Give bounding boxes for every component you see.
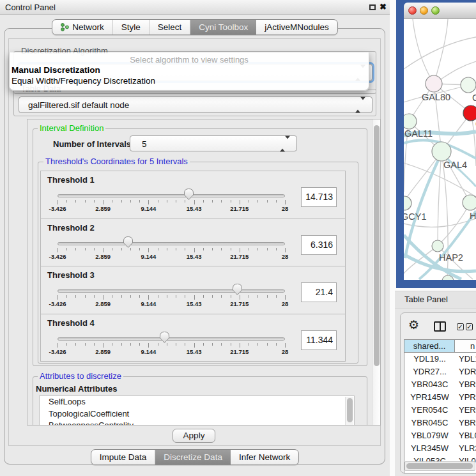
slider-tick [240,200,240,204]
slider-tick [121,295,122,298]
threshold-slider-track[interactable] [58,242,285,245]
network-node-gal11[interactable] [404,114,417,129]
tab-network[interactable]: Network [52,20,113,35]
tab-style[interactable]: Style [113,20,150,35]
zoom-traffic-light-icon[interactable] [431,6,440,15]
scrollbar-thumb[interactable] [374,125,380,366]
table-row[interactable]: YBL079WYBL0 [404,429,476,442]
slider-tick [203,295,204,298]
attribute-item-betweennesscentrality[interactable]: BetweennessCentrality [40,420,354,426]
checkbox-icon[interactable]: ✓ [457,323,464,330]
threshold-slider-track[interactable] [58,194,285,197]
slider-tick [176,200,176,203]
table-cell: YBR0 [455,378,476,391]
network-node-c[interactable] [463,105,476,121]
network-node-gal4[interactable] [432,142,451,161]
close-icon[interactable]: ✖ [380,1,387,13]
slider-tick [158,295,158,298]
attributes-list-scrollbar[interactable] [345,397,353,426]
gear-icon[interactable]: ⚙ [408,318,419,332]
slider-tick-label: 2.859 [95,253,111,260]
slider-tick-label: -3.426 [49,348,66,355]
slider-tick [58,343,58,348]
threshold-value-field[interactable]: 6.316 [301,235,337,255]
table-row[interactable]: YDL19...YDL1 [404,353,476,365]
threshold-value-field[interactable]: 11.344 [301,330,337,350]
float-window-icon[interactable] [369,4,376,10]
slider-thumb-icon [123,236,134,249]
scrollbar-thumb[interactable] [406,463,473,469]
network-canvas[interactable]: GAL80GCGAL11GAL4GCY1HHAP2 [404,19,476,280]
slider-tick [130,248,131,250]
threshold-slider-track[interactable] [58,337,285,341]
slider-tick [194,343,195,348]
threshold-slider-thumb[interactable] [232,283,243,298]
network-node-gcy1[interactable] [404,196,411,210]
tab-impute-data[interactable]: Impute Data [91,450,156,464]
slider-tick [58,200,58,204]
network-node-label: GAL4 [443,160,467,170]
threshold-slider-track[interactable] [58,289,285,293]
tab-discretize-data[interactable]: Discretize Data [155,450,231,464]
slider-tick [221,200,222,203]
scrollbar-thumb[interactable] [347,398,353,422]
dropdown-item-equal-width-frequency-discretization[interactable]: Equal Width/Frequency Discretization [10,75,369,86]
close-traffic-light-icon[interactable] [408,6,417,15]
slider-tick [66,248,67,250]
tab-jactivemnodules[interactable]: jActiveMNodules [256,20,337,35]
slider-tick-label: 2.859 [95,205,111,212]
tab-select[interactable]: Select [150,20,191,35]
threshold-row-1: Threshold 1-3.4262.8599.14415.4321.71528… [40,171,346,219]
table-row[interactable]: YER054CYER0 [404,404,476,417]
slider-tick [158,343,158,346]
slider-tick [130,295,131,298]
threshold-slider-thumb[interactable] [123,236,134,250]
table-row[interactable]: YBR045CYBR0 [404,417,476,429]
apply-button[interactable]: Apply [173,429,215,443]
table-data-combobox[interactable]: galFiltered.sif default node [19,96,372,113]
settings-vertical-scrollbar[interactable] [372,119,381,425]
table-cell: YDR27... [404,365,455,378]
slider-tick [148,343,149,348]
table-row[interactable]: YBR043CYBR0 [404,378,476,391]
slider-tick [212,200,213,203]
attribute-item-selfloops[interactable]: SelfLoops [40,396,354,408]
table-horizontal-scrollbar[interactable] [404,461,475,471]
table-cell: YPR145W [404,391,455,404]
attribute-item-topologicalcoefficient[interactable]: TopologicalCoefficient [40,408,354,420]
slider-tick [139,200,140,203]
network-window-titlebar[interactable] [404,3,476,19]
slider-tick [75,343,76,346]
slider-thumb-icon [159,331,170,344]
slider-tick [66,295,67,298]
table-row[interactable]: YPR145WYPR1 [404,391,476,404]
checkbox-icon[interactable]: ✓ [466,323,473,330]
dropdown-item-manual-discretization[interactable]: Manual Discretization [10,65,369,75]
tab-cyni-toolbox[interactable]: Cyni Toolbox [190,20,256,35]
number-of-intervals-combobox[interactable]: 5 [130,135,297,151]
column-header-shared-[interactable]: shared... [404,340,455,353]
split-columns-icon[interactable] [434,321,446,332]
network-node-hap2[interactable] [432,240,443,252]
slider-tick [276,248,277,250]
threshold-value-field[interactable]: 21.4 [301,282,337,302]
slider-tick [167,200,167,203]
slider-tick [94,200,95,203]
network-node-g[interactable] [461,77,476,93]
algorithm-dropdown-popup: Select algorithm to view settings Manual… [9,52,369,91]
slider-tick-label: 2.859 [95,300,111,307]
slider-tick [167,295,167,298]
threshold-value-field[interactable]: 14.713 [301,187,337,207]
network-node-label: GAL80 [422,92,450,102]
network-edge [434,19,448,84]
slider-tick [103,343,104,348]
network-node-h[interactable] [463,195,476,210]
numerical-attributes-list[interactable]: SelfLoopsTopologicalCoefficientBetweenne… [39,395,355,426]
table-row[interactable]: YLR345WYLR3 [404,442,476,455]
column-header-n[interactable]: n [455,340,476,353]
tab-infer-network[interactable]: Infer Network [231,450,298,464]
table-row[interactable]: YDR27...YDR2 [404,365,476,378]
threshold-slider-thumb[interactable] [159,331,170,346]
network-node-gal80[interactable] [426,75,442,92]
minimize-traffic-light-icon[interactable] [420,6,428,15]
